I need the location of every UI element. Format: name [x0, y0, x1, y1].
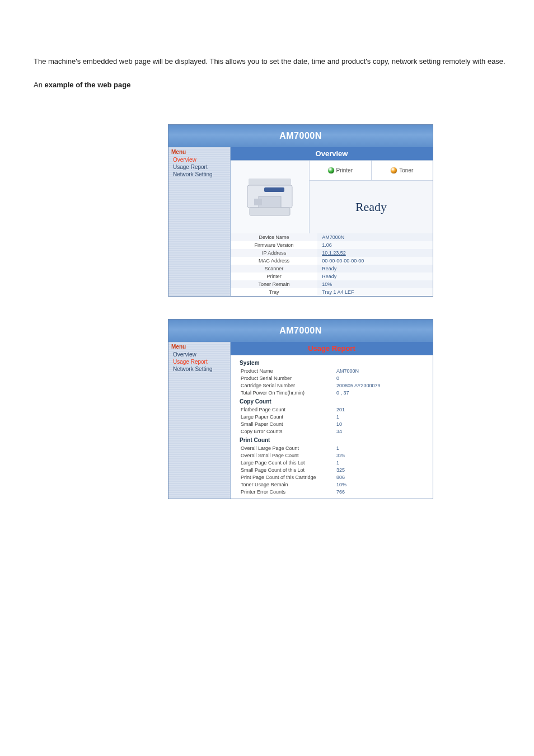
- report-value: 0: [335, 374, 424, 382]
- sidebar-item-usage-report[interactable]: Usage Report: [168, 163, 230, 171]
- group-header: Copy Count: [240, 396, 424, 406]
- sidebar-item-usage-report[interactable]: Usage Report: [168, 358, 230, 365]
- spec-label: Scanner: [231, 265, 317, 273]
- printer-indicator-label: Printer: [336, 167, 353, 173]
- report-label: Small Page Count of this Lot: [240, 466, 335, 473]
- spec-value: 1.06: [317, 241, 433, 249]
- section-header: Overview: [231, 147, 433, 161]
- menu-header: Menu: [168, 149, 230, 156]
- report-label: Product Serial Number: [240, 374, 335, 382]
- report-label: Cartridge Serial Number: [240, 382, 335, 389]
- report-value: 1: [335, 413, 424, 420]
- report-value: AM7000N: [335, 367, 424, 374]
- specs-table: Device NameAM7000NFirmware Version1.06IP…: [231, 233, 433, 296]
- intro-paragraph: The machine's embedded web page will be …: [34, 56, 534, 91]
- banner: AM7000N: [168, 125, 433, 147]
- toner-indicator: Toner: [371, 161, 433, 180]
- report-value: 806: [335, 473, 424, 481]
- report-label: Flatbed Page Count: [240, 406, 335, 413]
- printer-indicator: Printer: [310, 161, 371, 180]
- spec-value: 10%: [317, 280, 433, 288]
- report-label: Large Paper Count: [240, 413, 335, 420]
- report-label: Printer Error Counts: [240, 488, 335, 495]
- report-value: 10%: [335, 481, 424, 488]
- report-value: 766: [335, 488, 424, 495]
- spec-label: Firmware Version: [231, 241, 317, 249]
- report-label: Product Name: [240, 367, 335, 374]
- intro-line-2-prefix: An: [34, 81, 45, 89]
- spec-label: Tray: [231, 288, 317, 296]
- report-value: 201: [335, 406, 424, 413]
- report-value: 200805 AY2300079: [335, 382, 424, 389]
- spec-value: Ready: [317, 265, 433, 273]
- sidebar-item-network-setting[interactable]: Network Setting: [168, 171, 230, 178]
- group-header: Print Count: [240, 435, 424, 444]
- sidebar-item-overview[interactable]: Overview: [168, 156, 230, 163]
- svg-rect-4: [250, 208, 290, 215]
- report-value: 1: [335, 444, 424, 452]
- report-value: 34: [335, 428, 424, 435]
- report-label: Toner Usage Remain: [240, 481, 335, 488]
- printer-icon: [242, 172, 298, 222]
- report-label: Copy Error Counts: [240, 428, 335, 435]
- svg-rect-5: [254, 199, 262, 205]
- menu-header: Menu: [168, 344, 230, 351]
- svg-rect-2: [264, 187, 284, 192]
- spec-label: MAC Address: [231, 257, 317, 265]
- printer-image: [231, 161, 310, 233]
- report-label: Small Paper Count: [240, 420, 335, 428]
- spec-value: Ready: [317, 273, 433, 280]
- report-table: SystemProduct NameAM7000NProduct Serial …: [231, 355, 433, 499]
- intro-line-2: example of the web page: [45, 81, 131, 89]
- spec-value[interactable]: 10.1.23.52: [317, 249, 433, 257]
- group-header: System: [240, 358, 424, 367]
- section-header: Usage Report: [231, 342, 433, 355]
- report-value: 10: [335, 420, 424, 428]
- spec-value: 00-00-00-00-00-00: [317, 257, 433, 265]
- sidebar: Menu Overview Usage Report Network Setti…: [168, 147, 230, 296]
- spec-label: Toner Remain: [231, 280, 317, 288]
- product-title: AM7000N: [279, 131, 322, 141]
- report-value: 325: [335, 452, 424, 459]
- report-label: Total Power On Time(hr,min): [240, 389, 335, 396]
- ready-status: Ready: [310, 181, 433, 233]
- status-dot-icon: [328, 167, 334, 173]
- spec-label: Device Name: [231, 233, 317, 241]
- status-dot-icon: [391, 167, 397, 173]
- report-label: Print Page Count of this Cartridge: [240, 473, 335, 481]
- spec-value: AM7000N: [317, 233, 433, 241]
- toner-indicator-label: Toner: [399, 167, 413, 173]
- report-label: Overall Small Page Count: [240, 452, 335, 459]
- usage-report-screenshot: AM7000N Menu Overview Usage Report Netwo…: [168, 319, 433, 499]
- sidebar-item-network-setting[interactable]: Network Setting: [168, 365, 230, 373]
- overview-screenshot: AM7000N Menu Overview Usage Report Netwo…: [168, 124, 433, 297]
- report-label: Overall Large Page Count: [240, 444, 335, 452]
- spec-label: Printer: [231, 273, 317, 280]
- intro-line-1: The machine's embedded web page will be …: [34, 56, 534, 68]
- svg-rect-0: [249, 179, 291, 185]
- report-value: 0 , 37: [335, 389, 424, 396]
- banner: AM7000N: [168, 320, 433, 342]
- spec-value: Tray 1 A4 LEF: [317, 288, 433, 296]
- sidebar-item-overview[interactable]: Overview: [168, 351, 230, 358]
- report-label: Large Page Count of this Lot: [240, 459, 335, 466]
- sidebar: Menu Overview Usage Report Network Setti…: [168, 342, 230, 499]
- product-title: AM7000N: [279, 326, 322, 336]
- report-value: 325: [335, 466, 424, 473]
- report-value: 1: [335, 459, 424, 466]
- spec-label: IP Address: [231, 249, 317, 257]
